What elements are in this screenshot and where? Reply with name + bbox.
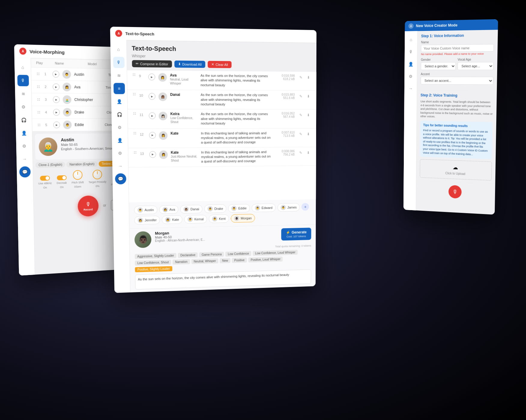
style-aggressive[interactable]: Aggressive, Slightly Louder xyxy=(135,253,177,259)
style-low-conf-shout[interactable]: Low Confidence, Shout xyxy=(135,260,171,266)
generate-btn[interactable]: ⚡ Generate Cost: 107 tokens xyxy=(281,228,311,240)
download-btn[interactable]: ⬇ Download All xyxy=(174,61,205,68)
model-tab-clone[interactable]: Clone-1 (English) xyxy=(35,162,65,168)
style-pos-slightly[interactable]: Positive, Slightly Louder xyxy=(135,266,172,272)
sidebar-headphone-icon[interactable]: 🎧 xyxy=(18,114,30,125)
download-icon-9[interactable]: ⬇ xyxy=(305,74,312,81)
voice-creator-panel: A New Voice Creator Mode ⌂ 🎙 👤 ⚙ → Step … xyxy=(404,19,498,215)
sidebar-arrow-icon[interactable]: → xyxy=(19,153,30,165)
sidebar-arrow-icon-mid[interactable]: → xyxy=(115,161,126,172)
sidebar-tts-icon-mid[interactable]: 🎙 xyxy=(113,57,124,68)
age-select[interactable]: Select age... xyxy=(458,62,494,70)
style-declarative[interactable]: Declarative xyxy=(178,252,198,258)
control-prosody: Target Prosody 0% xyxy=(88,170,106,188)
name-input[interactable] xyxy=(421,44,494,52)
sidebar-settings-right[interactable]: ⚙ xyxy=(405,71,416,82)
record-button[interactable]: 🎙 Record xyxy=(77,195,98,217)
upload-area[interactable]: ☁ Click to Upload xyxy=(420,159,492,181)
sidebar-chat-icon-mid[interactable]: 💬 xyxy=(115,173,126,184)
download-icon-13[interactable]: ⬇ xyxy=(305,150,311,156)
play-12[interactable]: ▶ xyxy=(149,132,156,138)
compose-btn[interactable]: ✏ Compose in Editor xyxy=(132,60,172,68)
pill-edward[interactable]: 👨Edward xyxy=(252,204,276,212)
avatar-9: 👩 xyxy=(158,73,167,82)
gender-select[interactable]: Select a gender... Male Female xyxy=(421,62,456,70)
pill-austin[interactable]: 👨Austin xyxy=(134,206,157,214)
style-low-conf[interactable]: Low Confidence xyxy=(225,251,251,257)
edit-icon-10[interactable]: ✎ xyxy=(298,93,304,100)
edit-icon-12[interactable]: ✎ xyxy=(298,131,304,137)
clear-btn[interactable]: ✕ Clear All xyxy=(208,61,232,68)
add-voice-btn[interactable]: + xyxy=(301,203,309,211)
sidebar-home-right[interactable]: ⌂ xyxy=(406,34,416,45)
edit-icon-13[interactable]: ✎ xyxy=(298,150,304,156)
sidebar-settings-icon-mid[interactable]: ⚙ xyxy=(114,148,126,159)
toggle-decreak[interactable] xyxy=(57,175,67,180)
knob-prosody[interactable] xyxy=(93,170,102,179)
knob-pitch[interactable] xyxy=(73,170,82,180)
sidebar-headphone-icon-mid[interactable]: 🎧 xyxy=(114,109,125,120)
pill-danai[interactable]: 👩🏽Danai xyxy=(180,205,202,213)
sidebar-chat-icon[interactable]: 💬 xyxy=(19,166,31,178)
pill-kemal[interactable]: 👨Kemal xyxy=(184,215,207,224)
generate-area: ⚡ Generate Cost: 107 tokens xyxy=(281,228,311,240)
sidebar-person-icon-mid[interactable]: 👤 xyxy=(113,96,125,107)
play-btn-1[interactable]: ▶ xyxy=(53,71,59,77)
pill-kent[interactable]: 👨Kent xyxy=(209,214,229,223)
sidebar-waves-icon-mid[interactable]: ≋ xyxy=(113,70,125,81)
pill-morgan[interactable]: 👨🏿Morgan xyxy=(231,214,255,222)
pill-eddie[interactable]: 👨Eddie xyxy=(228,204,250,213)
toggle-48khz[interactable] xyxy=(40,176,50,181)
sidebar-mix-icon-mid[interactable]: ⚙ xyxy=(114,122,125,133)
sidebar-home-icon-mid[interactable]: ⌂ xyxy=(113,44,124,55)
sidebar-text-icon-mid[interactable]: ≡ xyxy=(113,83,125,94)
pill-james[interactable]: 👨James xyxy=(277,203,300,212)
name-label: Name xyxy=(421,40,494,44)
style-low-conf-loud[interactable]: Low Confidence, Loud Whisper xyxy=(253,250,298,256)
play-9[interactable]: ▶ xyxy=(148,74,155,80)
play-11[interactable]: ▶ xyxy=(149,113,156,119)
voice-avatar-3: 👨‍🦳 xyxy=(63,95,71,104)
model-tab-narration[interactable]: Narration (English) xyxy=(66,161,97,168)
play-btn-2[interactable]: ▶ xyxy=(53,83,59,90)
edit-icon-9[interactable]: ✎ xyxy=(298,74,304,81)
style-narration[interactable]: Narration xyxy=(173,259,190,264)
download-icon-11[interactable]: ⬇ xyxy=(305,112,311,119)
sidebar-voice-icon[interactable]: 🎙 xyxy=(17,75,29,86)
sidebar-voice-right[interactable]: 🎙 xyxy=(406,47,416,57)
sidebar-home-icon[interactable]: ⌂ xyxy=(17,62,29,73)
tts-row-10: 10 ▶ 👩🏽 Danai As the sun sets on the hor… xyxy=(127,90,316,110)
pill-drake[interactable]: 👨Drake xyxy=(204,204,226,213)
audio-record-btn[interactable]: 🎙 xyxy=(449,185,462,198)
download-icon-12[interactable]: ⬇ xyxy=(305,131,311,137)
panel-title-left: Voice-Morphing xyxy=(29,49,65,55)
sidebar-user-icon[interactable]: 👤 xyxy=(18,128,30,139)
pill-kate[interactable]: 👩Kate xyxy=(162,215,183,224)
voice-info-12: Kate xyxy=(171,131,198,135)
style-game[interactable]: Game Persona xyxy=(199,252,224,257)
control-48khz: Use 48kHz On xyxy=(38,176,52,189)
play-btn-5[interactable]: ▶ xyxy=(53,122,60,128)
sidebar-user-icon-mid[interactable]: 👤 xyxy=(114,135,125,146)
download-icon-10[interactable]: ⬇ xyxy=(305,93,312,100)
play-13[interactable]: ▶ xyxy=(149,151,156,158)
sidebar-mix-icon[interactable]: ⚙ xyxy=(18,101,29,113)
pill-ava[interactable]: 👩Ava xyxy=(159,205,179,214)
voice-info-11: Keira Low Confidence,Shout xyxy=(170,112,198,124)
sidebar-settings-icon[interactable]: ⚙ xyxy=(19,141,30,152)
edit-icon-11[interactable]: ✎ xyxy=(298,112,304,119)
play-btn-4[interactable]: ▶ xyxy=(53,109,60,116)
play-btn-3[interactable]: ▶ xyxy=(53,96,60,103)
sidebar-arrow-right[interactable]: → xyxy=(405,83,416,94)
style-new[interactable]: New xyxy=(220,258,231,263)
style-positive[interactable]: Positive xyxy=(232,258,247,263)
actions-12: ✎ ⬇ xyxy=(298,131,311,137)
play-10[interactable]: ▶ xyxy=(149,93,156,100)
style-pos-loud[interactable]: Positive, Loud Whisper xyxy=(248,257,283,263)
tts-text-input[interactable]: As the sun sets on the horizon, the city… xyxy=(135,269,311,289)
sidebar-waves-icon[interactable]: ≋ xyxy=(17,88,29,99)
accent-select[interactable]: Select an accent... xyxy=(421,77,493,85)
sidebar-user-right[interactable]: 👤 xyxy=(406,59,416,70)
style-neutral[interactable]: Neutral, Whisper xyxy=(191,258,218,264)
pill-jennifer[interactable]: 👩Jennifer xyxy=(134,216,160,225)
